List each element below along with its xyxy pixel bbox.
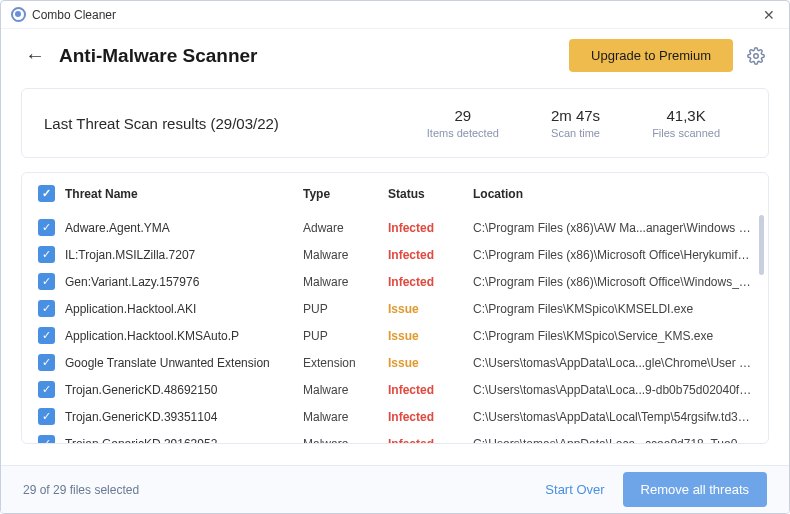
scrollbar[interactable]: [759, 215, 764, 275]
threat-location: C:\Users\tomas\AppData\Loca...gle\Chrome…: [473, 356, 752, 370]
threat-name: Adware.Agent.YMA: [65, 221, 170, 235]
summary-title: Last Threat Scan results (29/03/22): [44, 115, 401, 132]
table-row[interactable]: ✓Trojan.GenericKD.39163952MalwareInfecte…: [22, 430, 768, 443]
threat-name: Application.Hacktool.AKI: [65, 302, 196, 316]
gear-icon[interactable]: [747, 47, 765, 65]
threat-location: C:\Users\tomas\AppData\Loca...ccea9d718_…: [473, 437, 752, 444]
selection-count: 29 of 29 files selected: [23, 483, 545, 497]
threat-status: Issue: [388, 356, 473, 370]
app-name: Combo Cleaner: [32, 8, 116, 22]
threat-type: PUP: [303, 302, 388, 316]
stat-items-detected: 29 Items detected: [401, 107, 525, 139]
threat-location: C:\Program Files (x86)\Microsoft Office\…: [473, 248, 752, 262]
threat-type: Malware: [303, 437, 388, 444]
col-status: Status: [388, 187, 473, 201]
threat-type: Malware: [303, 410, 388, 424]
threat-name: Trojan.GenericKD.39163952: [65, 437, 217, 444]
back-arrow-icon[interactable]: ←: [25, 44, 45, 67]
col-location: Location: [473, 187, 752, 201]
table-row[interactable]: ✓Gen:Variant.Lazy.157976MalwareInfectedC…: [22, 268, 768, 295]
table-row[interactable]: ✓Application.Hacktool.AKIPUPIssueC:\Prog…: [22, 295, 768, 322]
threat-type: Extension: [303, 356, 388, 370]
page-title: Anti-Malware Scanner: [59, 45, 555, 67]
row-checkbox[interactable]: ✓: [38, 273, 55, 290]
stat-value: 29: [427, 107, 499, 124]
threat-type: Malware: [303, 275, 388, 289]
row-checkbox[interactable]: ✓: [38, 219, 55, 236]
threat-location: C:\Program Files (x86)\Microsoft Office\…: [473, 275, 752, 289]
row-checkbox[interactable]: ✓: [38, 300, 55, 317]
summary-card: Last Threat Scan results (29/03/22) 29 I…: [21, 88, 769, 158]
threat-location: C:\Program Files\KMSpico\Service_KMS.exe: [473, 329, 752, 343]
stat-files-scanned: 41,3K Files scanned: [626, 107, 746, 139]
threat-type: PUP: [303, 329, 388, 343]
stat-label: Files scanned: [652, 127, 720, 139]
upgrade-button[interactable]: Upgrade to Premium: [569, 39, 733, 72]
table-row[interactable]: ✓Trojan.GenericKD.39351104MalwareInfecte…: [22, 403, 768, 430]
threat-name: IL:Trojan.MSILZilla.7207: [65, 248, 195, 262]
col-threat-name: Threat Name: [65, 187, 138, 201]
threat-name: Google Translate Unwanted Extension: [65, 356, 270, 370]
svg-point-0: [754, 53, 759, 58]
threat-location: C:\Program Files (x86)\AW Ma...anager\Wi…: [473, 221, 752, 235]
threat-name: Application.Hacktool.KMSAuto.P: [65, 329, 239, 343]
stat-label: Items detected: [427, 127, 499, 139]
row-checkbox[interactable]: ✓: [38, 408, 55, 425]
page-header: ← Anti-Malware Scanner Upgrade to Premiu…: [1, 29, 789, 88]
row-checkbox[interactable]: ✓: [38, 327, 55, 344]
close-icon[interactable]: ✕: [759, 7, 779, 23]
threat-status: Infected: [388, 437, 473, 444]
threat-status: Issue: [388, 302, 473, 316]
stat-value: 2m 47s: [551, 107, 600, 124]
footer: 29 of 29 files selected Start Over Remov…: [1, 465, 789, 513]
table-row[interactable]: ✓Application.Hacktool.KMSAuto.PPUPIssueC…: [22, 322, 768, 349]
titlebar: Combo Cleaner ✕: [1, 1, 789, 29]
threat-status: Infected: [388, 248, 473, 262]
table-row[interactable]: ✓Trojan.GenericKD.48692150MalwareInfecte…: [22, 376, 768, 403]
threat-name: Trojan.GenericKD.39351104: [65, 410, 217, 424]
stat-value: 41,3K: [652, 107, 720, 124]
threat-status: Infected: [388, 275, 473, 289]
row-checkbox[interactable]: ✓: [38, 435, 55, 443]
threat-status: Issue: [388, 329, 473, 343]
remove-threats-button[interactable]: Remove all threats: [623, 472, 767, 507]
row-checkbox[interactable]: ✓: [38, 354, 55, 371]
threat-status: Infected: [388, 383, 473, 397]
threats-table: ✓ Threat Name Type Status Location ✓Adwa…: [21, 172, 769, 444]
row-checkbox[interactable]: ✓: [38, 246, 55, 263]
threat-status: Infected: [388, 410, 473, 424]
threat-type: Malware: [303, 383, 388, 397]
threat-type: Malware: [303, 248, 388, 262]
table-row[interactable]: ✓IL:Trojan.MSILZilla.7207MalwareInfected…: [22, 241, 768, 268]
threat-location: C:\Users\tomas\AppData\Loca...9-db0b75d0…: [473, 383, 752, 397]
threat-name: Gen:Variant.Lazy.157976: [65, 275, 199, 289]
threat-type: Adware: [303, 221, 388, 235]
row-checkbox[interactable]: ✓: [38, 381, 55, 398]
threat-location: C:\Users\tomas\AppData\Local\Temp\54rgsi…: [473, 410, 752, 424]
table-row[interactable]: ✓Google Translate Unwanted ExtensionExte…: [22, 349, 768, 376]
select-all-checkbox[interactable]: ✓: [38, 185, 55, 202]
table-row[interactable]: ✓Adware.Agent.YMAAdwareInfectedC:\Progra…: [22, 214, 768, 241]
threat-location: C:\Program Files\KMSpico\KMSELDI.exe: [473, 302, 752, 316]
table-body[interactable]: ✓Adware.Agent.YMAAdwareInfectedC:\Progra…: [22, 214, 768, 443]
threat-name: Trojan.GenericKD.48692150: [65, 383, 217, 397]
start-over-button[interactable]: Start Over: [545, 482, 604, 497]
stat-scan-time: 2m 47s Scan time: [525, 107, 626, 139]
threat-status: Infected: [388, 221, 473, 235]
stat-label: Scan time: [551, 127, 600, 139]
col-type: Type: [303, 187, 388, 201]
app-logo-icon: [11, 7, 26, 22]
table-header: ✓ Threat Name Type Status Location: [22, 173, 768, 214]
